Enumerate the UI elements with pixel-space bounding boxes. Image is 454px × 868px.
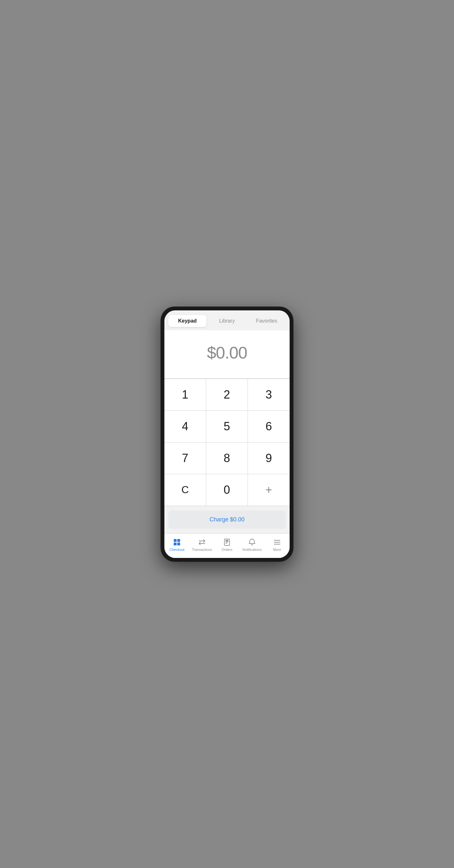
- nav-checkout-label: Checkout: [170, 548, 184, 552]
- orders-icon: [223, 538, 231, 547]
- key-6[interactable]: 6: [248, 411, 290, 442]
- keypad-grid: 1 2 3 4 5 6 7 8 9 C 0 +: [164, 379, 290, 506]
- nav-more-label: More: [273, 548, 281, 552]
- nav-more[interactable]: More: [264, 537, 290, 553]
- svg-rect-0: [174, 539, 177, 542]
- key-plus[interactable]: +: [248, 474, 290, 506]
- charge-button[interactable]: Charge $0.00: [168, 510, 286, 529]
- tab-favorites[interactable]: Favorites: [248, 315, 286, 327]
- key-3[interactable]: 3: [248, 379, 290, 411]
- svg-rect-1: [177, 539, 180, 542]
- phone-container: Keypad Library Favorites $0.00 1 2 3 4 5…: [161, 307, 293, 562]
- key-9[interactable]: 9: [248, 442, 290, 474]
- svg-rect-3: [177, 542, 180, 546]
- notifications-icon: [248, 538, 256, 547]
- charge-section: Charge $0.00: [164, 506, 290, 533]
- key-0[interactable]: 0: [206, 474, 248, 506]
- amount-display: $0.00: [207, 343, 247, 362]
- transactions-icon: [198, 538, 206, 547]
- tab-keypad[interactable]: Keypad: [168, 315, 206, 327]
- bottom-nav: Checkout Transactions: [164, 533, 290, 558]
- key-2[interactable]: 2: [206, 379, 248, 411]
- key-4[interactable]: 4: [164, 411, 206, 442]
- svg-rect-8: [226, 540, 228, 541]
- nav-checkout[interactable]: Checkout: [164, 537, 190, 553]
- key-8[interactable]: 8: [206, 442, 248, 474]
- nav-notifications[interactable]: Notifications: [239, 537, 264, 553]
- amount-section: $0.00: [164, 330, 290, 379]
- nav-transactions[interactable]: Transactions: [190, 537, 215, 553]
- nav-orders[interactable]: Orders: [215, 537, 239, 553]
- top-tab-bar: Keypad Library Favorites: [164, 310, 290, 330]
- key-7[interactable]: 7: [164, 442, 206, 474]
- nav-notifications-label: Notifications: [243, 548, 262, 552]
- svg-rect-2: [174, 542, 177, 546]
- phone-screen: Keypad Library Favorites $0.00 1 2 3 4 5…: [164, 310, 290, 558]
- key-clear[interactable]: C: [164, 474, 206, 506]
- checkout-icon: [173, 538, 181, 547]
- key-5[interactable]: 5: [206, 411, 248, 442]
- nav-transactions-label: Transactions: [192, 548, 212, 552]
- more-icon: [273, 538, 281, 547]
- tab-library[interactable]: Library: [208, 315, 246, 327]
- nav-orders-label: Orders: [222, 548, 232, 552]
- key-1[interactable]: 1: [164, 379, 206, 411]
